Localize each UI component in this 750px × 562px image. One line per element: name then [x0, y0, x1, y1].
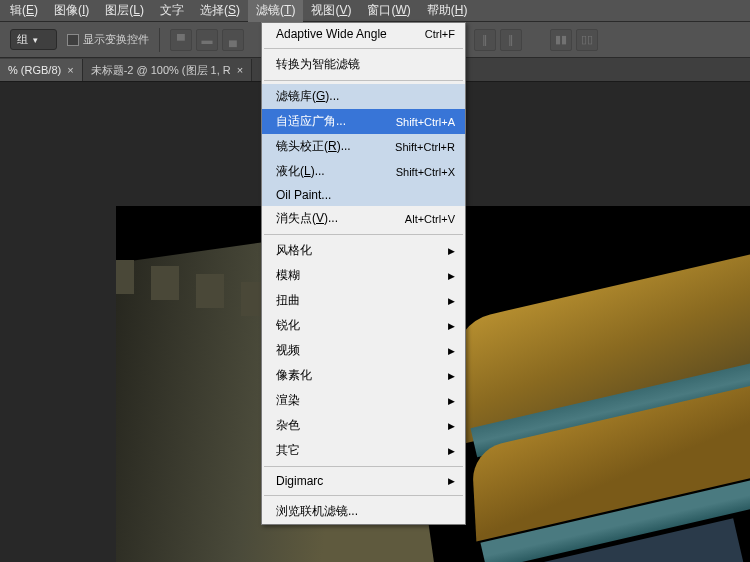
menu-item-label: 锐化	[276, 317, 300, 334]
document-tab-title: % (RGB/8)	[8, 64, 61, 76]
menu-item-label: 浏览联机滤镜...	[276, 503, 358, 520]
menu-item-23[interactable]: 浏览联机滤镜...	[262, 499, 465, 524]
submenu-arrow-icon: ▶	[448, 476, 455, 486]
align-top-icon[interactable]: ▀	[170, 29, 192, 51]
checkbox-icon	[67, 34, 79, 46]
menu-item-19[interactable]: 其它▶	[262, 438, 465, 463]
arrange-group: ▮▮ ▯▯	[550, 29, 598, 51]
show-transform-controls[interactable]: 显示变换控件	[67, 32, 149, 47]
menu-I[interactable]: 图像(I)	[46, 0, 97, 22]
menu-item-label: 自适应广角...	[276, 113, 346, 130]
menu-item-label: 模糊	[276, 267, 300, 284]
arrange-icon-1[interactable]: ▮▮	[550, 29, 572, 51]
menu-item-shortcut: Alt+Ctrl+V	[405, 213, 455, 225]
menu-3[interactable]: 文字	[152, 0, 192, 22]
distribute-h-icon[interactable]: ‖	[474, 29, 496, 51]
menu-item-8[interactable]: Oil Paint...	[262, 184, 465, 206]
menu-item-label: 扭曲	[276, 292, 300, 309]
document-tab-0[interactable]: % (RGB/8)×	[0, 59, 83, 81]
submenu-arrow-icon: ▶	[448, 346, 455, 356]
submenu-arrow-icon: ▶	[448, 421, 455, 431]
align-vcenter-icon[interactable]: ▬	[196, 29, 218, 51]
menu-item-shortcut: Shift+Ctrl+R	[395, 141, 455, 153]
align-group-2: ‖ ‖	[474, 29, 522, 51]
menu-item-6[interactable]: 镜头校正(R)...Shift+Ctrl+R	[262, 134, 465, 159]
menu-item-17[interactable]: 渲染▶	[262, 388, 465, 413]
distribute-v-icon[interactable]: ‖	[500, 29, 522, 51]
submenu-arrow-icon: ▶	[448, 396, 455, 406]
document-tab-1[interactable]: 未标题-2 @ 100% (图层 1, R×	[83, 59, 253, 81]
menu-item-label: 其它	[276, 442, 300, 459]
mode-select-label: 组	[17, 32, 28, 47]
submenu-arrow-icon: ▶	[448, 271, 455, 281]
menu-item-4[interactable]: 滤镜库(G)...	[262, 84, 465, 109]
separator	[159, 28, 160, 52]
menu-item-label: Digimarc	[276, 474, 323, 488]
menu-item-shortcut: Shift+Ctrl+X	[396, 166, 455, 178]
menu-item-9[interactable]: 消失点(V)...Alt+Ctrl+V	[262, 206, 465, 231]
menu-item-21[interactable]: Digimarc▶	[262, 470, 465, 492]
menu-item-label: 镜头校正(R)...	[276, 138, 351, 155]
menu-T[interactable]: 滤镜(T)	[248, 0, 303, 22]
menu-item-14[interactable]: 锐化▶	[262, 313, 465, 338]
menu-separator	[264, 80, 463, 81]
menu-item-label: 像素化	[276, 367, 312, 384]
submenu-arrow-icon: ▶	[448, 446, 455, 456]
document-tab-title: 未标题-2 @ 100% (图层 1, R	[91, 63, 231, 78]
menu-item-label: 液化(L)...	[276, 163, 325, 180]
menu-item-13[interactable]: 扭曲▶	[262, 288, 465, 313]
close-icon[interactable]: ×	[237, 64, 243, 76]
submenu-arrow-icon: ▶	[448, 246, 455, 256]
align-bottom-icon[interactable]: ▄	[222, 29, 244, 51]
menu-separator	[264, 495, 463, 496]
menu-item-0[interactable]: Adaptive Wide AngleCtrl+F	[262, 23, 465, 45]
menu-separator	[264, 234, 463, 235]
align-group-1: ▀ ▬ ▄	[170, 29, 244, 51]
close-icon[interactable]: ×	[67, 64, 73, 76]
menu-W[interactable]: 窗口(W)	[359, 0, 418, 22]
menu-item-18[interactable]: 杂色▶	[262, 413, 465, 438]
menu-item-12[interactable]: 模糊▶	[262, 263, 465, 288]
menu-V[interactable]: 视图(V)	[303, 0, 359, 22]
submenu-arrow-icon: ▶	[448, 371, 455, 381]
menu-item-label: 杂色	[276, 417, 300, 434]
menu-item-label: Adaptive Wide Angle	[276, 27, 387, 41]
submenu-arrow-icon: ▶	[448, 321, 455, 331]
menu-S[interactable]: 选择(S)	[192, 0, 248, 22]
application-menubar: 辑(E)图像(I)图层(L)文字选择(S)滤镜(T)视图(V)窗口(W)帮助(H…	[0, 0, 750, 22]
menu-separator	[264, 466, 463, 467]
menu-item-16[interactable]: 像素化▶	[262, 363, 465, 388]
mode-select[interactable]: 组	[10, 29, 57, 50]
menu-item-shortcut: Ctrl+F	[425, 28, 455, 40]
menu-item-11[interactable]: 风格化▶	[262, 238, 465, 263]
menu-item-label: 渲染	[276, 392, 300, 409]
menu-item-label: 视频	[276, 342, 300, 359]
menu-item-label: 风格化	[276, 242, 312, 259]
menu-item-15[interactable]: 视频▶	[262, 338, 465, 363]
menu-separator	[264, 48, 463, 49]
menu-item-7[interactable]: 液化(L)...Shift+Ctrl+X	[262, 159, 465, 184]
menu-item-2[interactable]: 转换为智能滤镜	[262, 52, 465, 77]
menu-item-shortcut: Shift+Ctrl+A	[396, 116, 455, 128]
checkbox-label: 显示变换控件	[83, 32, 149, 47]
menu-L[interactable]: 图层(L)	[97, 0, 152, 22]
filter-menu-dropdown: Adaptive Wide AngleCtrl+F转换为智能滤镜滤镜库(G)..…	[261, 22, 466, 525]
menu-item-label: 滤镜库(G)...	[276, 88, 339, 105]
menu-E[interactable]: 辑(E)	[2, 0, 46, 22]
submenu-arrow-icon: ▶	[448, 296, 455, 306]
menu-item-label: Oil Paint...	[276, 188, 331, 202]
menu-H[interactable]: 帮助(H)	[419, 0, 476, 22]
menu-item-label: 转换为智能滤镜	[276, 56, 360, 73]
arrange-icon-2[interactable]: ▯▯	[576, 29, 598, 51]
menu-item-5[interactable]: 自适应广角...Shift+Ctrl+A	[262, 109, 465, 134]
menu-item-label: 消失点(V)...	[276, 210, 338, 227]
